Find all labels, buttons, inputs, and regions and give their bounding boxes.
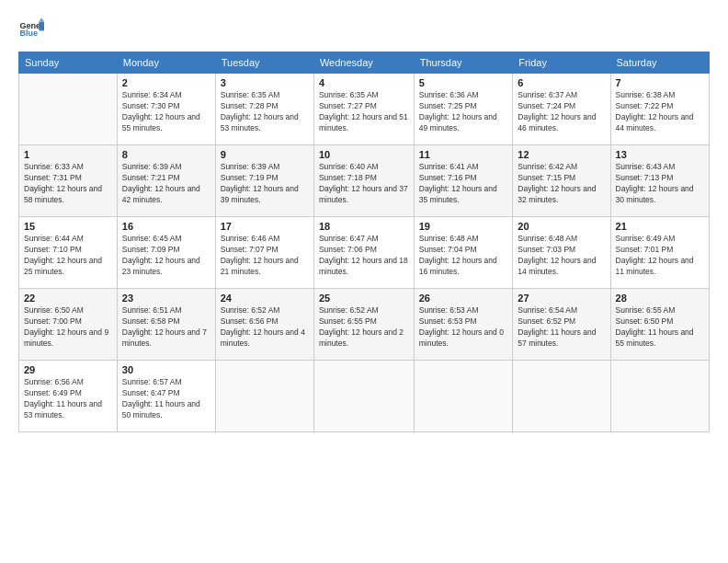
calendar-cell: 25 Sunrise: 6:52 AMSunset: 6:55 PMDaylig… bbox=[313, 289, 414, 361]
day-number: 30 bbox=[122, 364, 210, 375]
day-number: 1 bbox=[24, 149, 112, 160]
day-info: Sunrise: 6:49 AMSunset: 7:01 PMDaylight:… bbox=[616, 234, 704, 278]
calendar-cell: 1 Sunrise: 6:33 AMSunset: 7:31 PMDayligh… bbox=[19, 145, 118, 217]
column-header-tuesday: Tuesday bbox=[215, 52, 313, 74]
day-info: Sunrise: 6:43 AMSunset: 7:13 PMDaylight:… bbox=[616, 162, 704, 206]
calendar-cell: 5 Sunrise: 6:36 AMSunset: 7:25 PMDayligh… bbox=[414, 74, 513, 145]
day-number: 18 bbox=[319, 221, 409, 232]
day-number: 26 bbox=[419, 293, 508, 304]
day-number: 24 bbox=[221, 293, 309, 304]
calendar-cell: 23 Sunrise: 6:51 AMSunset: 6:58 PMDaylig… bbox=[117, 289, 215, 361]
column-header-thursday: Thursday bbox=[414, 52, 513, 74]
day-info: Sunrise: 6:44 AMSunset: 7:10 PMDaylight:… bbox=[24, 234, 112, 278]
calendar-cell: 2 Sunrise: 6:34 AMSunset: 7:30 PMDayligh… bbox=[117, 74, 215, 145]
day-info: Sunrise: 6:50 AMSunset: 7:00 PMDaylight:… bbox=[24, 305, 112, 350]
calendar-cell: 17 Sunrise: 6:46 AMSunset: 7:07 PMDaylig… bbox=[215, 217, 313, 289]
day-number: 4 bbox=[319, 77, 409, 88]
svg-text:Blue: Blue bbox=[19, 29, 38, 38]
svg-marker-2 bbox=[39, 22, 44, 31]
day-number: 27 bbox=[518, 293, 605, 304]
day-number: 5 bbox=[419, 77, 508, 88]
column-header-saturday: Saturday bbox=[610, 52, 709, 74]
day-number: 10 bbox=[319, 149, 409, 160]
day-number: 21 bbox=[616, 221, 704, 232]
calendar-cell: 27 Sunrise: 6:54 AMSunset: 6:52 PMDaylig… bbox=[513, 289, 610, 361]
day-info: Sunrise: 6:52 AMSunset: 6:56 PMDaylight:… bbox=[221, 305, 309, 350]
column-header-friday: Friday bbox=[513, 52, 610, 74]
calendar-cell bbox=[19, 74, 118, 145]
calendar-cell: 11 Sunrise: 6:41 AMSunset: 7:16 PMDaylig… bbox=[414, 145, 513, 217]
day-number: 20 bbox=[518, 221, 605, 232]
day-number: 28 bbox=[616, 293, 704, 304]
day-number: 13 bbox=[616, 149, 704, 160]
day-info: Sunrise: 6:42 AMSunset: 7:15 PMDaylight:… bbox=[518, 162, 605, 206]
day-number: 3 bbox=[221, 77, 309, 88]
day-info: Sunrise: 6:51 AMSunset: 6:58 PMDaylight:… bbox=[122, 305, 210, 350]
calendar-cell: 29 Sunrise: 6:56 AMSunset: 6:49 PMDaylig… bbox=[19, 361, 118, 432]
calendar-cell: 19 Sunrise: 6:48 AMSunset: 7:04 PMDaylig… bbox=[414, 217, 513, 289]
day-number: 29 bbox=[24, 364, 112, 375]
calendar-cell: 3 Sunrise: 6:35 AMSunset: 7:28 PMDayligh… bbox=[215, 74, 313, 145]
day-info: Sunrise: 6:45 AMSunset: 7:09 PMDaylight:… bbox=[122, 234, 210, 278]
day-info: Sunrise: 6:56 AMSunset: 6:49 PMDaylight:… bbox=[24, 377, 112, 421]
day-number: 8 bbox=[122, 149, 210, 160]
day-info: Sunrise: 6:34 AMSunset: 7:30 PMDaylight:… bbox=[122, 90, 210, 134]
day-number: 7 bbox=[616, 77, 704, 88]
day-info: Sunrise: 6:35 AMSunset: 7:27 PMDaylight:… bbox=[319, 90, 409, 134]
calendar-cell: 13 Sunrise: 6:43 AMSunset: 7:13 PMDaylig… bbox=[610, 145, 709, 217]
column-header-monday: Monday bbox=[117, 52, 215, 74]
calendar-cell: 26 Sunrise: 6:53 AMSunset: 6:53 PMDaylig… bbox=[414, 289, 513, 361]
column-header-sunday: Sunday bbox=[19, 52, 118, 74]
day-info: Sunrise: 6:39 AMSunset: 7:21 PMDaylight:… bbox=[122, 162, 210, 206]
day-info: Sunrise: 6:55 AMSunset: 6:50 PMDaylight:… bbox=[616, 305, 704, 350]
day-info: Sunrise: 6:47 AMSunset: 7:06 PMDaylight:… bbox=[319, 234, 409, 278]
day-number: 23 bbox=[122, 293, 210, 304]
day-info: Sunrise: 6:40 AMSunset: 7:18 PMDaylight:… bbox=[319, 162, 409, 206]
day-info: Sunrise: 6:41 AMSunset: 7:16 PMDaylight:… bbox=[419, 162, 508, 206]
calendar-cell: 12 Sunrise: 6:42 AMSunset: 7:15 PMDaylig… bbox=[513, 145, 610, 217]
day-info: Sunrise: 6:52 AMSunset: 6:55 PMDaylight:… bbox=[319, 305, 409, 350]
calendar-cell bbox=[414, 361, 513, 432]
calendar-cell: 6 Sunrise: 6:37 AMSunset: 7:24 PMDayligh… bbox=[513, 74, 610, 145]
calendar-cell: 4 Sunrise: 6:35 AMSunset: 7:27 PMDayligh… bbox=[313, 74, 414, 145]
calendar-cell bbox=[610, 361, 709, 432]
calendar-cell bbox=[215, 361, 313, 432]
day-info: Sunrise: 6:48 AMSunset: 7:03 PMDaylight:… bbox=[518, 234, 605, 278]
calendar-cell: 9 Sunrise: 6:39 AMSunset: 7:19 PMDayligh… bbox=[215, 145, 313, 217]
calendar-cell: 15 Sunrise: 6:44 AMSunset: 7:10 PMDaylig… bbox=[19, 217, 118, 289]
day-info: Sunrise: 6:53 AMSunset: 6:53 PMDaylight:… bbox=[419, 305, 508, 350]
calendar-cell: 30 Sunrise: 6:57 AMSunset: 6:47 PMDaylig… bbox=[117, 361, 215, 432]
day-number: 25 bbox=[319, 293, 409, 304]
calendar-cell: 22 Sunrise: 6:50 AMSunset: 7:00 PMDaylig… bbox=[19, 289, 118, 361]
svg-marker-3 bbox=[39, 17, 44, 21]
day-info: Sunrise: 6:38 AMSunset: 7:22 PMDaylight:… bbox=[616, 90, 704, 134]
day-number: 11 bbox=[419, 149, 508, 160]
day-info: Sunrise: 6:36 AMSunset: 7:25 PMDaylight:… bbox=[419, 90, 508, 134]
calendar-cell: 24 Sunrise: 6:52 AMSunset: 6:56 PMDaylig… bbox=[215, 289, 313, 361]
calendar-cell: 28 Sunrise: 6:55 AMSunset: 6:50 PMDaylig… bbox=[610, 289, 709, 361]
calendar-cell: 7 Sunrise: 6:38 AMSunset: 7:22 PMDayligh… bbox=[610, 74, 709, 145]
calendar-cell: 20 Sunrise: 6:48 AMSunset: 7:03 PMDaylig… bbox=[513, 217, 610, 289]
calendar-table: SundayMondayTuesdayWednesdayThursdayFrid… bbox=[18, 52, 710, 432]
day-info: Sunrise: 6:48 AMSunset: 7:04 PMDaylight:… bbox=[419, 234, 508, 278]
day-number: 12 bbox=[518, 149, 605, 160]
day-number: 19 bbox=[419, 221, 508, 232]
calendar-cell bbox=[513, 361, 610, 432]
day-number: 22 bbox=[24, 293, 112, 304]
day-number: 9 bbox=[221, 149, 309, 160]
calendar-cell: 10 Sunrise: 6:40 AMSunset: 7:18 PMDaylig… bbox=[313, 145, 414, 217]
day-number: 16 bbox=[122, 221, 210, 232]
day-info: Sunrise: 6:57 AMSunset: 6:47 PMDaylight:… bbox=[122, 377, 210, 421]
day-number: 15 bbox=[24, 221, 112, 232]
day-number: 2 bbox=[122, 77, 210, 88]
column-header-wednesday: Wednesday bbox=[313, 52, 414, 74]
day-info: Sunrise: 6:35 AMSunset: 7:28 PMDaylight:… bbox=[221, 90, 309, 134]
calendar-cell: 21 Sunrise: 6:49 AMSunset: 7:01 PMDaylig… bbox=[610, 217, 709, 289]
day-info: Sunrise: 6:39 AMSunset: 7:19 PMDaylight:… bbox=[221, 162, 309, 206]
calendar-cell: 18 Sunrise: 6:47 AMSunset: 7:06 PMDaylig… bbox=[313, 217, 414, 289]
day-number: 17 bbox=[221, 221, 309, 232]
calendar-cell: 16 Sunrise: 6:45 AMSunset: 7:09 PMDaylig… bbox=[117, 217, 215, 289]
day-info: Sunrise: 6:54 AMSunset: 6:52 PMDaylight:… bbox=[518, 305, 605, 350]
day-info: Sunrise: 6:46 AMSunset: 7:07 PMDaylight:… bbox=[221, 234, 309, 278]
day-number: 6 bbox=[518, 77, 605, 88]
